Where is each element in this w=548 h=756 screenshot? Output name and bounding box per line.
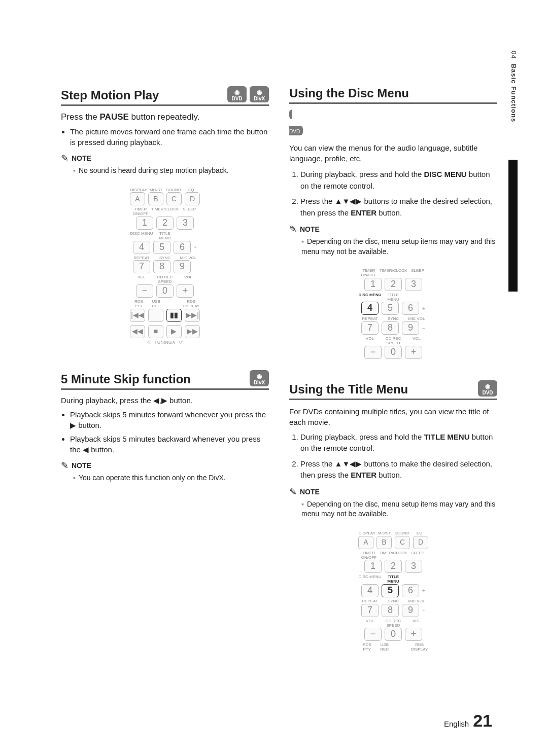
- note-icon: ✎: [289, 224, 297, 235]
- step-motion-instruction: Press the PAUSE button repeatedly.: [61, 112, 269, 122]
- title-menu-note: ▪Depending on the disc, menu setup items…: [289, 499, 497, 519]
- disc-menu-step-1: During playback, press and hold the DISC…: [300, 169, 497, 192]
- pause-button-highlight: ▮▮: [166, 309, 182, 322]
- skip-note: ▪You can operate this function only on t…: [61, 473, 269, 483]
- disc-menu-step-2: Press the ▲▼◀▶ buttons to make the desir…: [300, 196, 497, 219]
- divx-badge-icon: ◉DivX: [250, 86, 269, 102]
- step-motion-note: ▪No sound is heard during step motion pl…: [61, 166, 269, 176]
- step-motion-bullet: The picture moves forward one frame each…: [70, 126, 269, 148]
- title-menu-heading: Using the Title Menu ◉DVD: [289, 380, 497, 400]
- note-icon: ✎: [289, 486, 297, 497]
- remote-diagram-pause: DISPLAYMO/STSOUNDEQ ABCD TIMER ON/OFFTIM…: [126, 183, 204, 348]
- disc-menu-heading: Using the Disc Menu: [289, 86, 497, 104]
- note-heading: ✎ NOTE: [289, 486, 497, 497]
- note-icon: ✎: [61, 460, 68, 471]
- step-motion-heading: Step Motion Play ◉DVD ◉DivX: [61, 86, 269, 106]
- disc-menu-note: ▪Depending on the disc, menu setup items…: [289, 237, 497, 257]
- skip-bullet-forward: Playback skips 5 minutes forward wheneve…: [70, 409, 269, 430]
- dvd-badge-icon: ◉DVD: [478, 380, 497, 397]
- side-index-marker: [508, 160, 518, 292]
- title-menu-step-1: During playback, press and hold the TITL…: [300, 431, 497, 454]
- title-menu-step-2: Press the ▲▼◀▶ buttons to make the desir…: [300, 458, 497, 481]
- dvd-badge-icon: ◉DVD: [289, 110, 497, 135]
- note-heading: ✎ NOTE: [289, 224, 497, 235]
- chapter-tab: 04 Basic Functions: [510, 51, 518, 122]
- title-menu-button-highlight: 5: [382, 584, 399, 597]
- divx-badge-icon: ◉DivX: [250, 370, 269, 386]
- skip-bullet-backward: Playback skips 5 minutes backward whenev…: [70, 434, 269, 455]
- note-heading: ✎ NOTE: [61, 153, 269, 164]
- note-heading: ✎ NOTE: [61, 460, 269, 471]
- disc-menu-intro: You can view the menus for the audio lan…: [289, 142, 497, 164]
- dvd-badge-icon: ◉DVD: [227, 86, 247, 102]
- note-icon: ✎: [61, 153, 68, 164]
- remote-diagram-discmenu: TIMER ON/OFFTIMER/CLOCKSLEEP 123 DISC ME…: [354, 264, 432, 363]
- page-footer: English21: [444, 711, 492, 731]
- skip-heading: 5 Minute Skip function ◉DivX: [61, 370, 269, 390]
- disc-menu-button-highlight: 4: [361, 302, 379, 315]
- skip-intro: During playback, press the ◀,▶ button.: [61, 396, 269, 405]
- title-menu-intro: For DVDs containing multiple titles, you…: [289, 406, 497, 427]
- remote-diagram-titlemenu: DISPLAYMO/STSOUNDEQ ABCD TIMER ON/OFFTIM…: [354, 526, 432, 655]
